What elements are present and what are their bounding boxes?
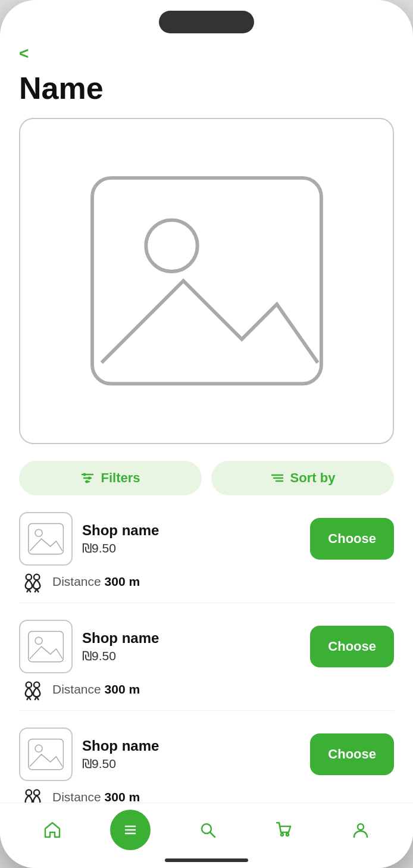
nav-profile[interactable] <box>342 816 380 844</box>
notch <box>159 11 254 33</box>
nav-list[interactable] <box>110 810 151 850</box>
sort-label: Sort by <box>290 470 336 486</box>
distance-row: Distance 300 m <box>19 786 394 803</box>
svg-point-40 <box>281 833 283 836</box>
sort-button[interactable]: Sort by <box>211 461 394 495</box>
sort-icon <box>270 471 284 485</box>
list-item: Shop name ₪9.50 Choose <box>19 620 394 722</box>
list-item: Shop name ₪9.50 Choose <box>19 728 394 803</box>
filter-row: Filters Sort by <box>19 461 394 495</box>
distance-text: Distance 300 m <box>52 574 140 589</box>
filters-icon <box>80 471 95 485</box>
svg-point-12 <box>35 529 42 536</box>
back-button[interactable]: < <box>19 42 29 65</box>
nav-search[interactable] <box>189 816 227 844</box>
shop-thumbnail <box>19 620 73 673</box>
list-icon <box>121 820 140 839</box>
search-icon <box>198 820 217 839</box>
svg-point-6 <box>88 476 91 479</box>
nav-cart[interactable] <box>265 816 303 844</box>
svg-point-1 <box>146 220 197 271</box>
shop-thumbnail <box>19 728 73 781</box>
location-icon <box>21 786 44 803</box>
home-bar <box>165 858 248 862</box>
distance-row: Distance 300 m <box>19 570 394 593</box>
shop-info: Shop name ₪9.50 <box>82 738 301 771</box>
shop-info: Shop name ₪9.50 <box>82 630 301 663</box>
svg-rect-11 <box>29 523 64 554</box>
svg-point-7 <box>86 480 89 483</box>
filters-label: Filters <box>101 470 140 486</box>
phone-shell: < Name <box>0 0 413 868</box>
svg-rect-0 <box>92 178 321 384</box>
shop-price: ₪9.50 <box>82 757 301 771</box>
shop-price: ₪9.50 <box>82 541 301 555</box>
svg-rect-27 <box>29 739 64 769</box>
shop-price: ₪9.50 <box>82 649 301 663</box>
svg-line-39 <box>210 832 215 837</box>
svg-point-20 <box>35 637 42 644</box>
choose-button[interactable]: Choose <box>310 518 394 560</box>
screen: < Name <box>0 0 413 868</box>
distance-row: Distance 300 m <box>19 678 394 701</box>
nav-home[interactable] <box>33 816 71 844</box>
shop-name: Shop name <box>82 522 301 539</box>
svg-point-5 <box>83 473 86 476</box>
shop-list: Shop name ₪9.50 Choose <box>19 512 394 803</box>
profile-icon <box>351 820 370 839</box>
list-item: Shop name ₪9.50 Choose <box>19 512 394 614</box>
svg-point-42 <box>358 824 364 830</box>
distance-text: Distance 300 m <box>52 790 140 803</box>
svg-point-41 <box>286 833 289 836</box>
location-icon <box>21 570 44 593</box>
home-icon <box>43 820 62 839</box>
choose-button[interactable]: Choose <box>310 626 394 667</box>
shop-info: Shop name ₪9.50 <box>82 522 301 555</box>
distance-text: Distance 300 m <box>52 682 140 697</box>
filters-button[interactable]: Filters <box>19 461 202 495</box>
svg-rect-19 <box>29 631 64 661</box>
cart-icon <box>274 820 293 839</box>
choose-button[interactable]: Choose <box>310 733 394 775</box>
shop-name: Shop name <box>82 630 301 647</box>
location-icon <box>21 678 44 701</box>
svg-point-28 <box>35 745 42 752</box>
shop-thumbnail <box>19 512 73 566</box>
page-title: Name <box>19 70 394 106</box>
hero-image <box>19 118 394 444</box>
content-area: < Name <box>0 42 413 803</box>
shop-name: Shop name <box>82 738 301 754</box>
